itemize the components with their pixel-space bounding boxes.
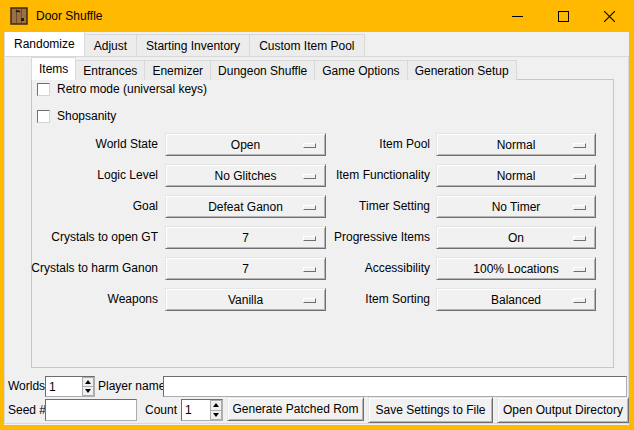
item-functionality-label: Item Functionality [304,164,430,187]
menu-indicator-icon [573,236,586,241]
window-title: Door Shuffle [36,9,103,23]
logic-level-label: Logic Level [14,164,158,187]
items-tab-pane [31,79,614,368]
count-label: Count [145,399,177,421]
crystals-harm-ganon-label: Crystals to harm Ganon [14,257,158,280]
dropdown-crystals-open-gt[interactable]: 7 [165,226,326,249]
shopsanity-checkbox[interactable] [37,110,50,123]
dropdown-weapons[interactable]: Vanilla [165,288,326,311]
shopsanity-checkbox-row: Shopsanity [37,109,116,123]
worlds-input[interactable] [46,377,82,396]
app-icon[interactable] [10,7,28,25]
item-sorting-label: Item Sorting [304,288,430,311]
retro-mode-label: Retro mode (universal keys) [57,82,207,96]
dropdown-crystals-harm-ganon[interactable]: 7 [165,257,326,280]
dropdown-goal[interactable]: Defeat Ganon [165,195,326,218]
goal-label: Goal [14,195,158,218]
dropdown-timer-setting[interactable]: No Timer [436,195,596,218]
arrow-down-icon[interactable] [82,387,94,396]
worlds-label: Worlds [8,376,45,397]
menu-indicator-icon [573,174,586,179]
arrow-up-icon[interactable] [210,400,222,411]
arrow-down-icon[interactable] [210,411,222,421]
close-button[interactable] [586,0,632,32]
item-pool-label: Item Pool [304,133,430,156]
maximize-button[interactable] [540,0,586,32]
window-controls [494,0,632,32]
dropdown-logic-level[interactable]: No Glitches [165,164,326,187]
tab-adjust[interactable]: Adjust [84,34,137,56]
titlebar: Door Shuffle [0,0,634,32]
minimize-button[interactable] [494,0,540,32]
menu-indicator-icon [573,267,586,272]
subtab-generation-setup[interactable]: Generation Setup [407,60,517,80]
count-input[interactable] [182,400,210,420]
dropdown-item-functionality[interactable]: Normal [436,164,596,187]
dropdown-accessibility[interactable]: 100% Locations [436,257,596,280]
seed-label: Seed # [8,399,46,421]
worlds-spinner [45,376,95,397]
dropdown-progressive-items[interactable]: On [436,226,596,249]
accessibility-label: Accessibility [304,257,430,280]
seed-input[interactable] [45,399,137,421]
retro-mode-checkbox-row: Retro mode (universal keys) [37,82,207,96]
weapons-label: Weapons [14,288,158,311]
player-names-input[interactable] [163,376,627,397]
window-content: Randomize Adjust Starting Inventory Cust… [4,32,629,425]
progressive-items-label: Progressive Items [304,226,430,249]
crystals-open-gt-label: Crystals to open GT [14,226,158,249]
tab-starting-inventory[interactable]: Starting Inventory [136,34,250,56]
dropdown-world-state[interactable]: Open [165,133,326,156]
app-window: Door Shuffle Randomize Adjust Starting I… [0,0,634,430]
world-state-label: World State [14,133,158,156]
subtab-items[interactable]: Items [31,57,76,80]
items-tab-bar: Items Entrances Enemizer Dungeon Shuffle… [31,57,516,80]
subtab-enemizer[interactable]: Enemizer [144,60,211,80]
open-output-directory-button[interactable]: Open Output Directory [497,397,629,423]
retro-mode-checkbox[interactable] [37,83,50,96]
menu-indicator-icon [573,205,586,210]
subtab-dungeon-shuffle[interactable]: Dungeon Shuffle [210,60,315,80]
count-spinner [181,399,223,421]
save-settings-button[interactable]: Save Settings to File [368,397,493,423]
subtab-game-options[interactable]: Game Options [314,60,407,80]
menu-indicator-icon [573,143,586,148]
timer-setting-label: Timer Setting [304,195,430,218]
tab-randomize[interactable]: Randomize [4,32,85,56]
dropdown-item-pool[interactable]: Normal [436,133,596,156]
main-tab-bar: Randomize Adjust Starting Inventory Cust… [4,32,364,56]
dropdown-item-sorting[interactable]: Balanced [436,288,596,311]
generate-patched-rom-button[interactable]: Generate Patched Rom [227,397,364,421]
player-names-label: Player names [98,376,171,397]
tab-custom-item-pool[interactable]: Custom Item Pool [249,34,364,56]
shopsanity-label: Shopsanity [57,109,116,123]
arrow-up-icon[interactable] [82,377,94,387]
menu-indicator-icon [573,298,586,303]
subtab-entrances[interactable]: Entrances [75,60,145,80]
